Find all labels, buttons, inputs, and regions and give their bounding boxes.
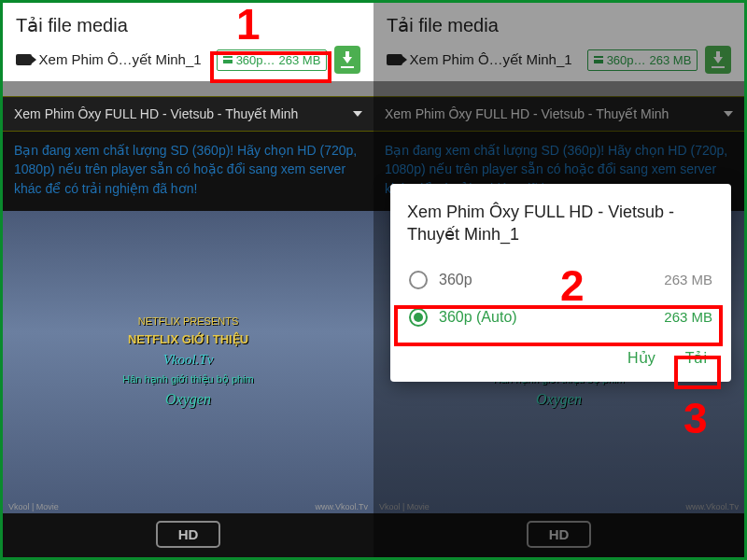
quality-text: 360p… bbox=[607, 53, 646, 67]
option-size: 263 MB bbox=[664, 309, 712, 325]
quality-option[interactable]: 360p 263 MB bbox=[407, 261, 714, 299]
right-panel: Tải file media Xem Phim Ô…yết Minh_1 360… bbox=[374, 3, 744, 557]
subtitle-line: Oxygen bbox=[165, 391, 211, 408]
watermark-right: www.Vkool.Tv bbox=[315, 502, 368, 511]
page-title: Tải file media bbox=[16, 14, 360, 36]
radio-icon bbox=[409, 271, 428, 289]
video-player[interactable]: NETFLIX PRESENTS NETFLIX GIỚI THIỆU Vkoo… bbox=[3, 211, 374, 513]
quality-chip[interactable]: 360p… 263 MB bbox=[217, 49, 328, 71]
file-name: Xem Phim Ô…yết Minh_1 bbox=[410, 51, 572, 68]
dialog-title: Xem Phim Ôxy FULL HD - Vietsub - Thuyết … bbox=[407, 201, 714, 246]
video-icon bbox=[16, 54, 32, 65]
watermark-right: www.Vkool.Tv bbox=[685, 502, 739, 511]
message-text: Bạn đang xem chất lượng SD (360p)! Hãy c… bbox=[14, 141, 362, 198]
subtitle-line: NETFLIX GIỚI THIỆU bbox=[128, 332, 248, 346]
option-label: 360p (Auto) bbox=[439, 309, 517, 326]
spacer bbox=[3, 81, 374, 96]
subtitle-line: Vkool.Tv bbox=[163, 352, 214, 368]
quality-option-selected[interactable]: 360p (Auto) 263 MB bbox=[407, 299, 714, 336]
subtitle-line: Oxygen bbox=[536, 391, 582, 408]
download-icon bbox=[713, 57, 723, 63]
header: Tải file media Xem Phim Ô…yết Minh_1 360… bbox=[374, 3, 744, 81]
radio-selected-icon bbox=[409, 308, 428, 327]
spacer bbox=[374, 81, 744, 96]
download-button[interactable] bbox=[705, 46, 731, 74]
quality-chip[interactable]: 360p… 263 MB bbox=[587, 49, 698, 71]
subtitle-line: NETFLIX PRESENTS bbox=[138, 315, 239, 327]
option-label: 360p bbox=[439, 272, 472, 288]
file-size: 263 MB bbox=[650, 53, 692, 67]
watermark-left: Vkool | Movie bbox=[8, 502, 59, 511]
watermark-left: Vkool | Movie bbox=[379, 502, 430, 511]
file-row: Xem Phim Ô…yết Minh_1 360p… 263 MB bbox=[387, 46, 731, 74]
download-button[interactable] bbox=[334, 46, 360, 74]
accordion-title: Xem Phim Ôxy FULL HD - Vietsub - Thuyết … bbox=[14, 106, 298, 121]
accordion-title: Xem Phim Ôxy FULL HD - Vietsub - Thuyết … bbox=[385, 106, 669, 121]
chevron-down-icon bbox=[353, 111, 362, 117]
left-panel: Tải file media Xem Phim Ô…yết Minh_1 360… bbox=[3, 3, 374, 557]
page-title: Tải file media bbox=[387, 14, 731, 36]
cancel-button[interactable]: Hủy bbox=[626, 345, 657, 371]
accordion-header[interactable]: Xem Phim Ôxy FULL HD - Vietsub - Thuyết … bbox=[374, 96, 744, 132]
file-size: 263 MB bbox=[279, 53, 321, 67]
accordion-header[interactable]: Xem Phim Ôxy FULL HD - Vietsub - Thuyết … bbox=[3, 96, 374, 132]
file-name: Xem Phim Ô…yết Minh_1 bbox=[39, 51, 202, 68]
bottom-bar: HD bbox=[374, 513, 744, 557]
file-row: Xem Phim Ô…yết Minh_1 360p… 263 MB bbox=[16, 46, 360, 74]
bottom-bar: HD bbox=[3, 513, 374, 557]
quality-message: Bạn đang xem chất lượng SD (360p)! Hãy c… bbox=[3, 132, 374, 211]
dialog-actions: Hủy Tải bbox=[407, 345, 714, 371]
video-icon bbox=[387, 54, 402, 65]
chevron-down-icon bbox=[724, 111, 733, 117]
hd-button[interactable]: HD bbox=[527, 521, 592, 548]
list-icon bbox=[594, 56, 603, 63]
quality-text: 360p… bbox=[236, 53, 275, 67]
subtitle-line: Hân hạnh giới thiệu bộ phim bbox=[122, 373, 254, 385]
list-icon bbox=[223, 56, 233, 63]
hd-button[interactable]: HD bbox=[156, 521, 221, 548]
download-icon bbox=[343, 57, 352, 63]
quality-dialog: Xem Phim Ôxy FULL HD - Vietsub - Thuyết … bbox=[390, 184, 731, 382]
header: Tải file media Xem Phim Ô…yết Minh_1 360… bbox=[3, 3, 374, 81]
download-action-button[interactable]: Tải bbox=[684, 345, 709, 371]
option-size: 263 MB bbox=[664, 272, 712, 287]
